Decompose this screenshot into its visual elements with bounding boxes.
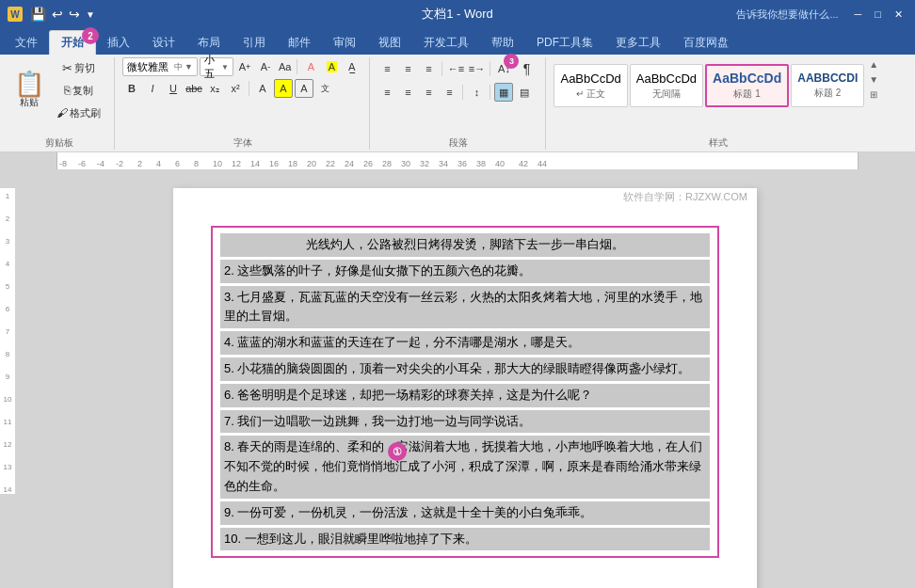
document-page: 软件自学网：RJZXW.COM ① 光线灼人，公路被烈日烤得发烫，脚踏下去一步一… — [173, 188, 757, 588]
char-shading-button[interactable]: A — [274, 79, 293, 98]
vruler-3: 3 — [0, 237, 15, 246]
highlight-btn[interactable]: A — [322, 57, 341, 76]
ruler-label-16: 16 — [269, 159, 279, 168]
vruler-1: 1 — [0, 188, 15, 200]
align-left-button[interactable]: ≡ — [377, 83, 396, 102]
font-clear-btn[interactable]: A̲ — [343, 57, 361, 76]
style-normal-preview: AaBbCcDd — [560, 72, 620, 86]
sort-text-button[interactable]: A↕ 3 — [494, 59, 513, 78]
close-btn[interactable]: ✕ — [890, 7, 907, 23]
ruler-label-26: 26 — [363, 159, 373, 168]
para-row2: ≡ ≡ ≡ ≡ ↕ ▦ ▤ — [377, 83, 538, 102]
increase-font-button[interactable]: A+ — [235, 57, 254, 76]
align-right-button[interactable]: ≡ — [419, 83, 438, 102]
decrease-font-button[interactable]: A- — [256, 57, 275, 76]
vertical-ruler-marks: 1 2 3 4 5 6 7 8 9 10 11 12 13 14 — [0, 188, 15, 494]
styles-scroll-up[interactable]: ▲ — [866, 57, 881, 71]
tab-baidu[interactable]: 百度网盘 — [672, 30, 740, 55]
more-qa-icon[interactable]: ▼ — [84, 8, 97, 22]
justify-button[interactable]: ≡ — [440, 83, 458, 102]
tab-help[interactable]: 帮助 — [480, 30, 525, 55]
ruler-label-neg8: -8 — [59, 159, 67, 168]
minimize-btn[interactable]: ─ — [850, 7, 867, 22]
ruler-label-32: 32 — [420, 159, 429, 168]
italic-button[interactable]: I — [143, 79, 162, 98]
para-sep3 — [462, 85, 463, 100]
save-icon[interactable]: 💾 — [28, 5, 48, 24]
ruler-label-44: 44 — [538, 159, 547, 168]
tab-devtools[interactable]: 开发工具 — [412, 30, 480, 55]
vruler-12: 12 — [0, 440, 15, 449]
tab-home[interactable]: 开始 2 — [49, 30, 96, 55]
ruler-right-side — [859, 152, 915, 169]
undo-icon[interactable]: ↩ — [50, 5, 65, 24]
para-sep2 — [490, 61, 490, 76]
char-border-button[interactable]: A — [295, 79, 313, 98]
phonetic-button[interactable]: 文 — [315, 79, 334, 98]
vruler-4: 4 — [0, 260, 15, 268]
borders-button[interactable]: ▤ — [515, 83, 534, 102]
styles-expand[interactable]: ⊞ — [866, 87, 881, 101]
style-normal[interactable]: AaBbCcDd ↵ 正文 — [554, 64, 627, 107]
multilevel-list-button[interactable]: ≡ — [419, 59, 438, 78]
tab-design[interactable]: 设计 — [141, 30, 186, 55]
para-sep4 — [490, 85, 490, 100]
ruler-label-38: 38 — [476, 159, 486, 168]
tab-file[interactable]: 文件 — [4, 30, 49, 55]
styles-scroll-down[interactable]: ▼ — [866, 72, 881, 86]
title-bar-controls: 告诉我你想要做什么... ─ □ ✕ — [736, 7, 907, 23]
font-name-selector[interactable]: 微软雅黑 中 ▼ — [122, 57, 198, 76]
maximize-btn[interactable]: □ — [870, 7, 886, 22]
format-painter-button[interactable]: 🖌 格式刷 — [51, 103, 106, 123]
decrease-indent-button[interactable]: ←≡ — [446, 59, 465, 78]
help-search[interactable]: 告诉我你想要做什么... — [736, 8, 838, 22]
style-no-spacing[interactable]: AaBbCcDd 无间隔 — [630, 64, 703, 107]
tab-references[interactable]: 引用 — [232, 30, 277, 55]
line-spacing-button[interactable]: ↕ — [467, 83, 486, 102]
bold-button[interactable]: B — [122, 79, 141, 98]
tab-layout[interactable]: 布局 — [186, 30, 232, 55]
tab-mailing[interactable]: 邮件 — [277, 30, 322, 55]
word-icon: W — [8, 7, 23, 22]
format-row: B I U abc x₂ x² A A A 文 — [122, 79, 361, 98]
redo-icon[interactable]: ↪ — [67, 5, 82, 24]
doc-line-6: 6. 爸爸明明是个足球迷，却把一场精彩的球赛关掉，这是为什么呢？ — [220, 384, 710, 407]
ruler-label-10: 10 — [213, 159, 222, 168]
align-center-button[interactable]: ≡ — [398, 83, 417, 102]
tab-pdf-tools[interactable]: PDF工具集 — [525, 30, 604, 55]
document-area[interactable]: 软件自学网：RJZXW.COM ① 光线灼人，公路被烈日烤得发烫，脚踏下去一步一… — [15, 169, 915, 588]
style-heading2[interactable]: AABBCCDI 标题 2 — [791, 64, 864, 107]
text-effect-button[interactable]: A — [253, 79, 272, 98]
bullet-list-button[interactable]: ≡ — [377, 59, 396, 78]
cut-button[interactable]: ✂ 剪切 — [51, 57, 106, 78]
copy-button[interactable]: ⎘ 复制 — [51, 80, 106, 101]
font-size-selector[interactable]: 小五 ▼ — [200, 57, 233, 76]
increase-indent-button[interactable]: ≡→ — [467, 59, 486, 78]
clipboard-group-label: 剪贴板 — [45, 136, 73, 150]
tab-insert[interactable]: 插入 — [96, 30, 141, 55]
horizontal-ruler[interactable]: -8 -6 -4 -2 2 4 6 8 10 12 14 16 18 20 22… — [56, 152, 859, 169]
para-mark-button[interactable]: ¶ — [515, 57, 538, 80]
paste-button[interactable]: 📋 粘贴 — [9, 68, 49, 113]
style-nospace-preview: AaBbCcDd — [636, 72, 697, 86]
title-bar: W 💾 ↩ ↪ ▼ 文档1 - Word 告诉我你想要做什么... ─ □ ✕ — [0, 0, 915, 28]
ruler-label-40: 40 — [495, 159, 505, 168]
strikethrough-button[interactable]: abc — [185, 79, 203, 98]
ruler-label-6: 6 — [175, 159, 180, 168]
font-color-btn[interactable]: A — [301, 57, 320, 76]
font-size-value: 小五 — [204, 53, 221, 81]
superscript-button[interactable]: x² — [226, 79, 245, 98]
underline-button[interactable]: U — [164, 79, 183, 98]
vruler-7: 7 — [0, 327, 15, 336]
vruler-14: 14 — [0, 485, 15, 494]
style-heading1[interactable]: AaBbCcDd 标题 1 — [705, 64, 789, 107]
separator2 — [249, 81, 249, 96]
tab-view[interactable]: 视图 — [367, 30, 412, 55]
tab-review[interactable]: 审阅 — [322, 30, 367, 55]
subscript-button[interactable]: x₂ — [205, 79, 224, 98]
shading-button[interactable]: ▦ — [494, 83, 513, 102]
tab-more-tools[interactable]: 更多工具 — [604, 30, 672, 55]
font-name-value: 微软雅黑 — [127, 60, 169, 74]
font-case-btn[interactable]: Aa — [277, 61, 293, 72]
numbered-list-button[interactable]: ≡ — [398, 59, 417, 78]
